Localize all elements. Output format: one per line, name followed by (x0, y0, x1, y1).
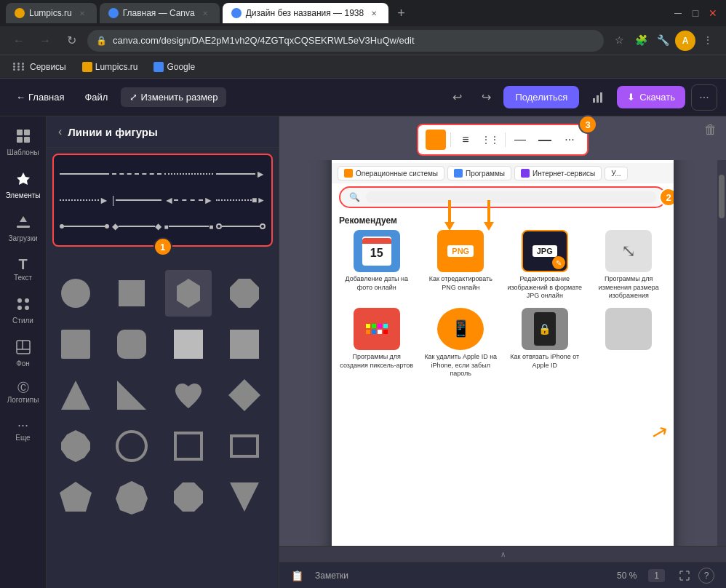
canvas-scrollbar[interactable] (717, 160, 726, 546)
card-jpg[interactable]: JPG ✎ Редактирование изображений в форма… (506, 230, 584, 301)
line-style-btn-1[interactable]: ≡ (455, 130, 476, 150)
sidebar-item-bg[interactable]: Фон (3, 333, 44, 373)
square-line[interactable]: ■ ■ (164, 223, 214, 231)
card-empty[interactable] (590, 308, 669, 378)
mock-tab-more[interactable]: У... (605, 167, 627, 180)
shape-triangle2[interactable] (221, 474, 268, 520)
extensions-btn[interactable]: 🔧 (653, 31, 672, 49)
dashed-line[interactable] (112, 173, 161, 175)
card-png[interactable]: PNG Как отредактировать PNG онлайн (422, 230, 500, 301)
shape-circle-outline[interactable] (108, 423, 155, 469)
canva-back-btn[interactable]: ← Главная (9, 87, 71, 107)
card-pixel[interactable]: Программы для создания пиксель-артов (338, 308, 416, 378)
download-btn[interactable]: ⬇ Скачать (617, 86, 685, 108)
panel-back-btn[interactable]: ‹ (58, 125, 62, 138)
sidebar-item-logos[interactable]: Ⓒ Логотипы (3, 376, 44, 410)
shape-right-triangle[interactable] (108, 372, 155, 418)
bar-line-left[interactable]: | (112, 194, 161, 206)
card-iphone-apple[interactable]: 🔒 Как отвязать iPhone от Apple ID (506, 308, 584, 378)
line-width-btn-1[interactable]: — (510, 130, 530, 150)
sidebar-item-elements[interactable]: Элементы (3, 165, 44, 205)
sidebar-item-styles[interactable]: Стили (3, 290, 44, 330)
undo-btn[interactable]: ↩ (445, 86, 468, 109)
shape-pentagon[interactable] (52, 474, 99, 520)
tab-close-canva-home[interactable]: ✕ (199, 7, 211, 19)
circle-line[interactable] (216, 223, 266, 229)
sidebar-item-more[interactable]: ··· Еще (3, 413, 44, 448)
shape-triangle[interactable] (52, 372, 99, 418)
back-btn[interactable]: ← (9, 31, 29, 51)
fullscreen-btn[interactable] (677, 568, 693, 584)
shape-rect-outline[interactable] (52, 321, 99, 368)
card-date[interactable]: 15 Добавление даты на фото онлайн (338, 230, 416, 301)
bookmark-lumpics[interactable]: Lumpics.ru (76, 59, 144, 75)
dotted-arrow-right[interactable]: ■► (216, 195, 266, 205)
shape-rect-grey[interactable] (165, 321, 212, 368)
tab-lumpics[interactable]: Lumpics.ru ✕ (6, 3, 97, 23)
arrow-line[interactable]: ► (216, 168, 266, 180)
mock-search-bar[interactable]: 🔍 (339, 186, 666, 208)
share-btn[interactable]: Поделиться (503, 86, 579, 108)
sidebar-item-templates[interactable]: Шаблоны (3, 122, 44, 162)
search-input-area[interactable] (366, 191, 656, 203)
redo-btn[interactable]: ↪ (474, 86, 498, 109)
shape-rect-2[interactable] (221, 321, 268, 368)
shape-rect-outline-2[interactable] (221, 423, 268, 469)
maximize-btn[interactable]: □ (688, 6, 703, 20)
url-bar[interactable]: 🔒 canva.com/design/DAE2pM1vh2Q/4ZGTqxCQS… (87, 30, 604, 52)
extension-btn[interactable]: 🧩 (631, 31, 650, 49)
new-tab-btn[interactable]: + (391, 3, 411, 23)
notes-btn[interactable]: Заметки (309, 568, 354, 584)
diamond-line[interactable]: ◆ ◆ (112, 221, 161, 231)
tab-close-lumpics[interactable]: ✕ (76, 7, 88, 19)
shape-oct2[interactable] (165, 474, 212, 520)
tab-canva-home[interactable]: Главная — Canva ✕ (100, 3, 220, 23)
shape-heart[interactable] (165, 372, 212, 418)
mock-tab-os[interactable]: Операционные системы (338, 166, 444, 180)
line-width-btn-2[interactable]: — (535, 130, 555, 150)
shape-heptagon[interactable] (108, 474, 155, 520)
refresh-btn[interactable]: ↻ (61, 31, 81, 51)
mock-tab-inet[interactable]: Интернет-сервисы (514, 166, 602, 180)
shape-decagon[interactable] (52, 423, 99, 469)
bookmark-btn[interactable]: ☆ (610, 31, 629, 49)
shape-octagon[interactable] (221, 270, 268, 317)
color-picker-btn[interactable] (426, 130, 446, 150)
line-style-btn-2[interactable]: ⋮⋮ (480, 130, 500, 150)
shape-square-outline[interactable] (165, 423, 212, 469)
canvas-expand-handle[interactable]: ∧ (279, 546, 726, 562)
canva-file-menu[interactable]: Файл (77, 87, 115, 107)
solid-line[interactable] (60, 173, 109, 175)
forward-btn[interactable]: → (35, 31, 55, 51)
dotted-arrow-line[interactable]: ► (60, 194, 109, 206)
more-toolbar-btn[interactable]: ··· (559, 130, 580, 150)
bookmark-google[interactable]: Google (148, 59, 201, 75)
page-box[interactable]: 1 (648, 569, 665, 582)
delete-btn[interactable]: 🗑 (704, 122, 717, 138)
close-btn[interactable]: ✕ (706, 6, 720, 20)
shape-circle[interactable] (52, 270, 99, 317)
minimize-btn[interactable]: ─ (671, 6, 685, 20)
help-btn[interactable]: ? (698, 568, 714, 584)
profile-btn[interactable]: A (675, 31, 695, 51)
shape-rect-rounded[interactable] (108, 321, 155, 368)
menu-btn[interactable]: ⋮ (698, 31, 717, 49)
analytics-btn[interactable] (585, 84, 611, 111)
double-arrow-line[interactable]: ◄ ► (164, 194, 214, 206)
sidebar-item-uploads[interactable]: Загрузки (3, 208, 44, 248)
tab-canva-active[interactable]: Дизайн без названия — 1938 ✕ (223, 3, 388, 23)
canva-resize-btn[interactable]: ⤢ Изменить размер (121, 87, 226, 107)
shape-hexagon[interactable] (165, 270, 212, 317)
tab-close-canva-active[interactable]: ✕ (368, 7, 380, 19)
card-resize[interactable]: ⤡ Программы для изменения размера изобра… (590, 230, 669, 301)
canvas-scroll[interactable]: ↻ ✛ Операционные системы (279, 160, 726, 546)
more-options-btn[interactable]: ··· (691, 84, 717, 111)
shape-square[interactable] (108, 270, 155, 317)
bookmark-services[interactable]: Сервисы (6, 59, 72, 75)
dot-line-dot[interactable] (60, 224, 109, 229)
card-apple-id[interactable]: 📱 Как удалить Apple ID на iPhone, если з… (422, 308, 500, 378)
mock-tab-programs[interactable]: Программы (447, 166, 511, 180)
shape-diamond[interactable] (221, 372, 268, 418)
sidebar-item-text[interactable]: T Текст (3, 251, 44, 287)
dotted-line[interactable] (164, 173, 214, 175)
